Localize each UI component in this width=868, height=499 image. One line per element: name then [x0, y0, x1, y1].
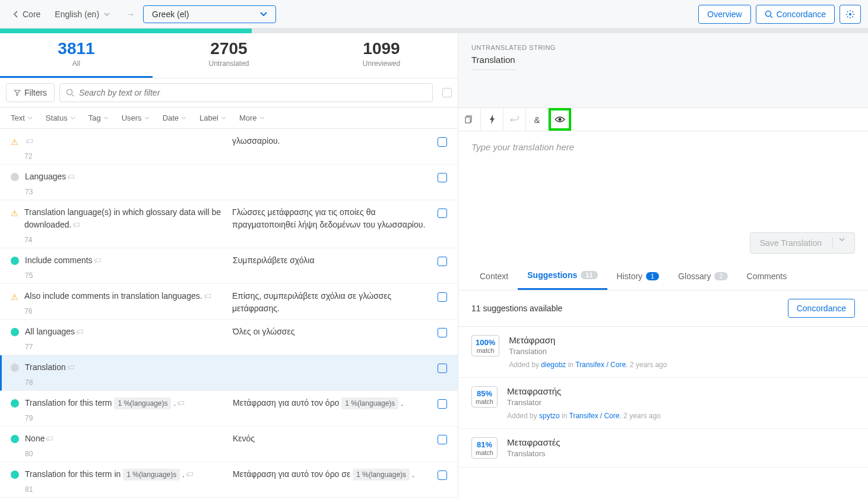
tab-context[interactable]: Context — [470, 262, 518, 290]
status-dot — [11, 257, 19, 265]
tab-glossary[interactable]: Glossary2 — [669, 262, 737, 290]
filters-button[interactable]: Filters — [6, 83, 55, 102]
translation-text: Συμπεριλάβετε σχόλια — [233, 255, 315, 265]
row-index: 73 — [25, 187, 227, 197]
search-input-wrapper[interactable] — [59, 83, 433, 102]
editor-status-label: UNTRANSLATED STRING — [471, 44, 855, 51]
row-checkbox[interactable] — [438, 173, 447, 182]
special-chars-button[interactable]: & — [526, 108, 549, 131]
svg-point-2 — [849, 13, 851, 15]
tab-comments[interactable]: Comments — [737, 262, 797, 290]
suggestion-user-link[interactable]: spytzo — [539, 412, 560, 420]
sort-tag[interactable]: Tag — [88, 113, 109, 122]
row-checkbox[interactable] — [438, 328, 447, 337]
row-checkbox[interactable] — [438, 435, 447, 444]
row-checkbox[interactable] — [438, 470, 447, 480]
source-language[interactable]: English (en) — [46, 6, 118, 23]
tag-icon: 🏷 — [94, 256, 102, 265]
translation-text: Μετάφραση για αυτό τον όρο — [233, 398, 339, 408]
row-index: 75 — [25, 270, 227, 281]
sort-more[interactable]: More — [239, 113, 265, 122]
chevron-down-icon — [144, 116, 150, 119]
suggestion-project-link[interactable]: Transifex / Core — [569, 412, 620, 420]
editor-source-text: Translation — [471, 55, 515, 70]
concordance-button[interactable]: Concordance — [756, 5, 835, 24]
sort-date[interactable]: Date — [163, 113, 186, 122]
sort-label[interactable]: Label — [199, 113, 226, 122]
search-input[interactable] — [79, 88, 426, 97]
match-percentage: 81%match — [471, 437, 498, 459]
select-all-checkbox[interactable] — [442, 88, 452, 97]
machine-translate-button[interactable] — [481, 108, 503, 131]
source-text: Include comments — [25, 255, 93, 265]
row-checkbox[interactable] — [438, 257, 447, 266]
string-row[interactable]: All languages🏷77Όλες οι γλώσσες — [0, 320, 458, 355]
tag-icon: 🏷 — [76, 327, 84, 336]
back-button[interactable]: Core — [7, 6, 46, 23]
string-row[interactable]: ⚠Translation language(s) in which glossa… — [0, 200, 458, 248]
save-translation-button[interactable]: Save Translation — [750, 232, 855, 254]
svg-point-0 — [765, 11, 771, 16]
placeholder-chip: 1 %(language)s — [114, 397, 171, 409]
row-index: 79 — [25, 413, 227, 424]
row-checkbox[interactable] — [438, 364, 447, 373]
row-checkbox[interactable] — [438, 292, 447, 302]
suggestion-item[interactable]: 81%matchΜεταφραστέςTranslators — [458, 429, 868, 468]
suggestion-translation: Μετάφραση — [509, 335, 855, 345]
status-dot — [11, 435, 19, 443]
toggle-preview-button[interactable] — [549, 108, 571, 131]
suggestion-project-link[interactable]: Transifex / Core — [575, 361, 626, 369]
tag-icon: 🏷 — [186, 470, 194, 479]
tag-icon: 🏷 — [67, 363, 75, 372]
suggestion-source: Translation — [509, 347, 855, 356]
string-row[interactable]: Include comments🏷75Συμπεριλάβετε σχόλια — [0, 248, 458, 284]
chevron-down-icon — [260, 12, 267, 16]
stat-untranslated[interactable]: 2705 Untranslated — [153, 33, 305, 78]
sort-text[interactable]: Text — [11, 113, 33, 122]
row-checkbox[interactable] — [438, 399, 447, 409]
status-dot — [11, 399, 19, 408]
chevron-left-icon — [13, 10, 19, 18]
warning-icon: ⚠ — [11, 292, 18, 317]
source-text: Translation for this term — [25, 398, 112, 408]
row-checkbox[interactable] — [438, 137, 447, 147]
row-checkbox[interactable] — [438, 209, 447, 218]
suggestion-item[interactable]: 100%matchΜετάφρασηTranslationAdded by di… — [458, 327, 868, 378]
string-row[interactable]: ⚠🏷72γλωσσαρίου. — [0, 129, 458, 165]
translation-input[interactable]: Type your translation here — [471, 142, 855, 152]
source-text: Translation — [25, 362, 66, 372]
target-language-select[interactable]: Greek (el) — [143, 5, 276, 23]
sort-users[interactable]: Users — [122, 113, 150, 122]
tag-icon: 🏷 — [177, 399, 185, 408]
string-row[interactable]: Translation for this term in 1 %(languag… — [0, 462, 458, 498]
settings-button[interactable] — [840, 5, 861, 24]
stat-unreviewed[interactable]: 1099 Unreviewed — [305, 33, 458, 78]
overview-button[interactable]: Overview — [698, 5, 750, 24]
ampersand-icon: & — [534, 115, 540, 125]
suggestion-translation: Μεταφραστής — [507, 386, 855, 396]
save-dropdown-toggle[interactable] — [832, 238, 845, 248]
row-index: 76 — [24, 306, 226, 317]
translation-text: γλωσσαρίου. — [232, 136, 280, 146]
match-percentage: 100%match — [471, 335, 499, 356]
translation-text: Κενός — [233, 434, 255, 443]
string-row[interactable]: None🏷80Κενός — [0, 427, 458, 462]
concordance-button-panel[interactable]: Concordance — [788, 299, 855, 318]
string-row[interactable]: ⚠Also include comments in translation la… — [0, 284, 458, 320]
string-row[interactable]: Translation🏷78 — [0, 355, 458, 391]
suggestion-item[interactable]: 85%matchΜεταφραστήςTranslatorAdded by sp… — [458, 378, 868, 429]
tab-history[interactable]: History1 — [607, 262, 669, 290]
string-row[interactable]: Translation for this term 1 %(language)s… — [0, 391, 458, 427]
progress-bar — [0, 29, 868, 33]
status-dot — [11, 470, 19, 479]
undo-button[interactable] — [503, 108, 526, 131]
sort-status[interactable]: Status — [46, 113, 75, 122]
stat-all[interactable]: 3811 All — [0, 33, 153, 78]
svg-point-3 — [67, 90, 72, 95]
copy-source-button[interactable] — [458, 108, 481, 131]
svg-point-7 — [559, 118, 562, 121]
tab-suggestions[interactable]: Suggestions11 — [518, 262, 607, 290]
suggestion-user-link[interactable]: diegobz — [541, 361, 566, 369]
chevron-down-icon — [104, 12, 110, 16]
string-row[interactable]: Languages🏷73 — [0, 165, 458, 200]
